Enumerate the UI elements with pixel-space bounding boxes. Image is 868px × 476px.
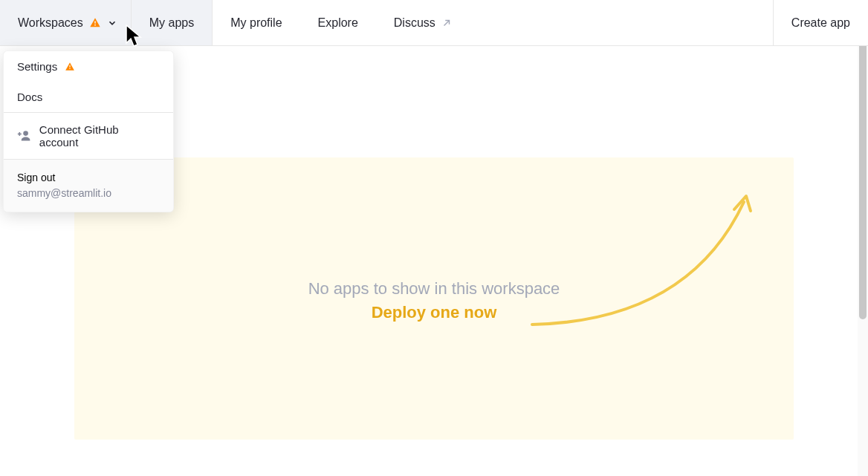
sign-out-label: Sign out <box>17 170 160 186</box>
workspaces-dropdown: Settings Docs Connect GitHub account Sig… <box>3 50 174 212</box>
warning-icon <box>89 17 101 29</box>
dropdown-docs-label: Docs <box>17 91 42 103</box>
create-app-button[interactable]: Create app <box>773 0 868 45</box>
nav-explore[interactable]: Explore <box>300 0 376 45</box>
external-link-icon <box>441 18 452 28</box>
svg-rect-7 <box>19 132 20 136</box>
nav-right-group: Create app <box>773 0 868 45</box>
top-navigation: Workspaces My apps My profile Explore Di… <box>0 0 868 46</box>
svg-point-0 <box>94 24 96 25</box>
deploy-now-link[interactable]: Deploy one now <box>74 303 794 322</box>
nav-discuss-label: Discuss <box>394 16 435 30</box>
nav-explore-label: Explore <box>318 16 358 30</box>
dropdown-docs[interactable]: Docs <box>4 82 173 112</box>
svg-line-2 <box>444 20 449 25</box>
nav-my-profile-label: My profile <box>230 16 282 30</box>
person-add-icon <box>17 128 32 143</box>
nav-workspaces-label: Workspaces <box>18 16 83 30</box>
vertical-scrollbar[interactable] <box>858 0 868 476</box>
empty-state-text: No apps to show in this workspace Deploy… <box>74 279 794 322</box>
svg-point-3 <box>69 68 71 69</box>
dropdown-settings-label: Settings <box>17 60 57 73</box>
chevron-down-icon <box>107 18 117 28</box>
nav-discuss[interactable]: Discuss <box>376 0 470 45</box>
nav-my-apps-label: My apps <box>149 16 194 30</box>
svg-rect-4 <box>70 65 71 67</box>
empty-state-panel: No apps to show in this workspace Deploy… <box>74 157 794 440</box>
dropdown-settings[interactable]: Settings <box>4 51 173 82</box>
nav-my-apps[interactable]: My apps <box>132 0 213 45</box>
empty-state-message: No apps to show in this workspace <box>74 279 794 299</box>
scrollbar-thumb[interactable] <box>859 0 867 319</box>
nav-left-group: Workspaces My apps My profile Explore Di… <box>0 0 470 45</box>
nav-workspaces[interactable]: Workspaces <box>0 0 132 45</box>
create-app-label: Create app <box>791 16 850 30</box>
nav-my-profile[interactable]: My profile <box>213 0 299 45</box>
dropdown-connect-github-label: Connect GitHub account <box>39 123 160 149</box>
dropdown-connect-github[interactable]: Connect GitHub account <box>4 113 173 159</box>
dropdown-sign-out[interactable]: Sign out sammy@streamlit.io <box>4 160 173 212</box>
user-email: sammy@streamlit.io <box>17 186 160 201</box>
svg-rect-1 <box>94 21 95 23</box>
svg-point-5 <box>23 131 28 136</box>
warning-icon <box>65 62 75 72</box>
